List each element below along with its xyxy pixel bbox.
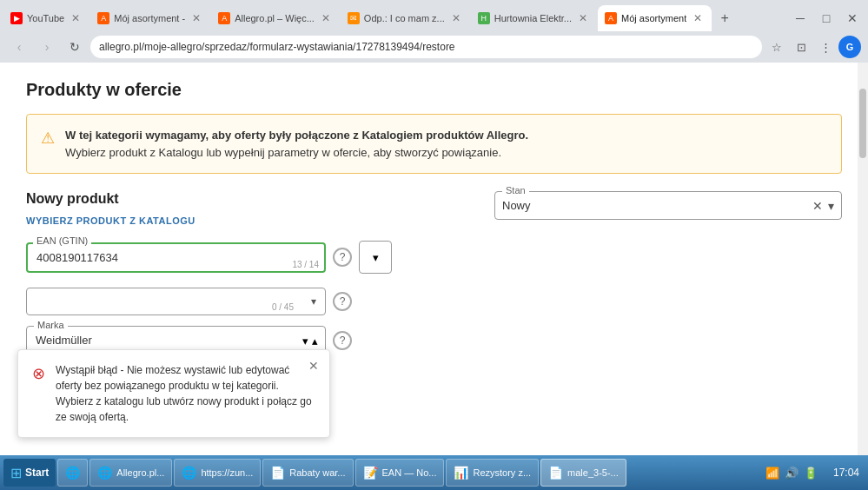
tab-close-odp[interactable]: ✕ <box>449 11 463 25</box>
ean-field-wrap: EAN (GTIN) 13 / 14 <box>26 242 326 273</box>
error-close-button[interactable]: ✕ <box>305 357 322 374</box>
minimize-button[interactable]: ─ <box>788 6 812 30</box>
tab-label-youtube: YouTube <box>27 13 64 23</box>
profile-button[interactable]: G <box>838 36 861 58</box>
more-icon[interactable]: ⋮ <box>814 36 837 58</box>
start-button[interactable]: ⊞ Start <box>3 459 56 487</box>
stan-clear-icon[interactable]: ✕ <box>812 199 823 213</box>
taskbar-rabaty-icon: 📄 <box>270 466 285 480</box>
dropdown-help-icon[interactable]: ? <box>333 292 352 311</box>
taskbar-item-rabaty[interactable]: 📄 Rabaty war... <box>262 459 353 487</box>
reload-button[interactable]: ↻ <box>63 35 87 59</box>
taskbar-ean-label: EAN — No... <box>382 467 437 478</box>
back-button[interactable]: ‹ <box>7 35 31 59</box>
taskbar-rezystory-label: Rezystory z... <box>473 467 531 478</box>
stan-field-actions[interactable]: ✕ ▾ <box>812 199 834 213</box>
marka-up-icon[interactable]: ▴ <box>312 334 318 347</box>
error-popup: ⊗ Wystąpił błąd - Nie możesz wystawić lu… <box>17 349 330 438</box>
scrollbar-thumb[interactable] <box>859 89 866 158</box>
error-icon: ⊗ <box>32 364 45 383</box>
taskbar-ean-icon: 📝 <box>363 466 378 480</box>
taskbar-item-allegro[interactable]: 🌐 Allegro.pl... <box>89 459 172 487</box>
tab-label-hurtownia: Hurtownia Elektr... <box>494 13 572 23</box>
product-row: Nowy produkt WYBIERZ PRODUKT Z KATALOGU … <box>26 191 842 227</box>
bookmark-star-icon[interactable]: ☆ <box>765 36 788 58</box>
product-name-label: Nowy produkt <box>26 191 477 207</box>
tab-favicon-moj2: A <box>605 12 617 24</box>
taskbar-item-ie[interactable]: 🌐 <box>57 459 88 487</box>
taskbar-zun-icon: 🌐 <box>182 466 196 480</box>
tab-label-allegro: Allegro.pl – Więc... <box>235 13 315 23</box>
ean-dropdown-arrow-icon: ▾ <box>373 251 379 264</box>
tab-hurtownia[interactable]: H Hurtownia Elektr... ✕ <box>471 5 597 31</box>
taskbar-item-rezystory[interactable]: 📊 Rezystory z... <box>446 459 539 487</box>
address-input[interactable] <box>90 36 762 58</box>
warning-icon: ⚠ <box>41 129 55 148</box>
windows-icon: ⊞ <box>10 465 22 481</box>
tab-close-allegro[interactable]: ✕ <box>319 11 333 25</box>
taskbar-zun-label: https://zun... <box>201 467 253 478</box>
tab-close-youtube[interactable]: ✕ <box>69 11 83 25</box>
stan-field[interactable]: Stan Nowy ✕ ▾ <box>494 191 842 220</box>
tab-close-hurtownia[interactable]: ✕ <box>576 11 590 25</box>
tab-odp[interactable]: ✉ Odp.: I co mam z... ✕ <box>341 5 470 31</box>
taskbar-rezystory-icon: 📊 <box>454 466 468 480</box>
dropdown-field[interactable]: 0 / 45 ▾ <box>26 288 326 315</box>
marka-actions[interactable]: ▾ ▴ <box>302 334 318 347</box>
new-tab-button[interactable]: + <box>712 6 737 30</box>
tab-youtube[interactable]: ▶ YouTube ✕ <box>3 5 89 31</box>
stan-dropdown-icon[interactable]: ▾ <box>828 199 834 213</box>
forward-button[interactable]: › <box>35 35 59 59</box>
taskbar-allegro-label: Allegro.pl... <box>116 467 164 478</box>
ean-help-icon[interactable]: ? <box>333 248 352 267</box>
tab-label-moj2: Mój asortyment <box>621 13 686 23</box>
maximize-button[interactable]: □ <box>814 6 838 30</box>
taskbar-item-zun[interactable]: 🌐 https://zun... <box>174 459 261 487</box>
sys-tray: 📶 🔊 🔋 <box>759 467 825 480</box>
wybierz-link[interactable]: WYBIERZ PRODUKT Z KATALOGU <box>26 215 195 226</box>
taskbar-male-icon: 📄 <box>548 466 563 480</box>
tray-network-icon[interactable]: 📶 <box>765 467 779 480</box>
taskbar: ⊞ Start 🌐 🌐 Allegro.pl... 🌐 https://zun.… <box>0 455 868 490</box>
address-bar: ‹ › ↻ ☆ ⊡ ⋮ G <box>0 31 868 63</box>
tray-battery-icon[interactable]: 🔋 <box>804 467 818 480</box>
tab-allegro[interactable]: A Allegro.pl – Więc... ✕ <box>211 5 340 31</box>
warning-bold: W tej kategorii wymagamy, aby oferty był… <box>65 129 528 142</box>
page-title: Produkty w ofercie <box>26 80 842 100</box>
ean-row: EAN (GTIN) 13 / 14 ? ▾ <box>26 241 842 274</box>
tab-bar: ▶ YouTube ✕ A Mój asortyment - ✕ A Alleg… <box>0 0 868 31</box>
marka-dropdown-icon[interactable]: ▾ <box>302 334 308 347</box>
product-left: Nowy produkt WYBIERZ PRODUKT Z KATALOGU <box>26 191 477 227</box>
dropdown-row: 0 / 45 ▾ ? <box>26 288 842 315</box>
stan-label: Stan <box>502 185 529 195</box>
marka-help-icon[interactable]: ? <box>333 331 352 350</box>
warning-box: ⚠ W tej kategorii wymagamy, aby oferty b… <box>26 114 842 174</box>
warning-normal: Wybierz produkt z Katalogu lub wypełnij … <box>65 146 501 159</box>
stan-value: Nowy <box>502 195 834 215</box>
tab-favicon-odp: ✉ <box>348 12 360 24</box>
ean-input[interactable] <box>26 242 326 273</box>
ean-dropdown-btn[interactable]: ▾ <box>359 241 392 274</box>
cast-icon[interactable]: ⊡ <box>790 36 812 58</box>
scrollbar[interactable] <box>858 63 868 455</box>
tab-moj2[interactable]: A Mój asortyment ✕ <box>598 5 712 31</box>
ean-count: 13 / 14 <box>292 260 319 269</box>
tab-close-moj1[interactable]: ✕ <box>189 11 203 25</box>
marka-label: Marka <box>34 320 68 330</box>
ean-label: EAN (GTIN) <box>33 235 91 246</box>
taskbar-item-ean[interactable]: 📝 EAN — No... <box>355 459 445 487</box>
system-clock[interactable]: 17:04 <box>828 467 865 479</box>
product-right: Stan Nowy ✕ ▾ <box>494 191 842 220</box>
dropdown-arrow-icon: ▾ <box>311 295 316 308</box>
tray-volume-icon[interactable]: 🔊 <box>785 467 798 480</box>
marka-value: Weidmüller <box>36 334 92 347</box>
tab-label-odp: Odp.: I co mam z... <box>364 13 445 23</box>
taskbar-right: 📶 🔊 🔋 17:04 <box>759 467 865 480</box>
tab-label-moj1: Mój asortyment - <box>114 13 185 23</box>
tab-close-moj2[interactable]: ✕ <box>691 11 705 25</box>
close-window-button[interactable]: ✕ <box>840 6 865 30</box>
tab-favicon-hurtownia: H <box>478 12 490 24</box>
taskbar-item-male[interactable]: 📄 male_3-5-... <box>540 459 626 487</box>
dropdown-count: 0 / 45 <box>272 302 294 312</box>
tab-moj1[interactable]: A Mój asortyment - ✕ <box>90 5 210 31</box>
